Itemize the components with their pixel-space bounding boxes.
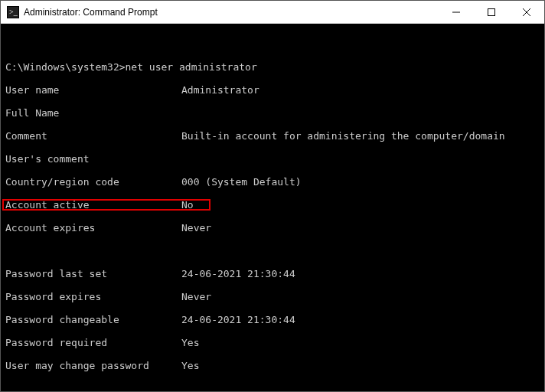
console-area[interactable]: C:\Windows\system32>net user administrat…	[1, 24, 544, 391]
close-button[interactable]	[509, 1, 544, 24]
output-row: Password expiresNever	[5, 291, 540, 302]
cmd-icon: >_	[7, 6, 19, 18]
prompt-line: C:\Windows\system32>net user administrat…	[5, 61, 540, 73]
command-text: net user administrator	[126, 61, 257, 73]
titlebar[interactable]: >_ Administrator: Command Prompt	[1, 1, 544, 24]
output-row: Full Name	[5, 107, 540, 119]
command-prompt-window: >_ Administrator: Command Prompt C:\Wind…	[0, 0, 545, 392]
output-row: Password requiredYes	[5, 337, 540, 348]
console-line	[5, 38, 540, 50]
output-row: User's comment	[5, 153, 540, 165]
window-controls	[439, 1, 544, 24]
minimize-button[interactable]	[439, 1, 474, 24]
window-title: Administrator: Command Prompt	[24, 7, 439, 18]
output-row: Password changeable24-06-2021 21:30:44	[5, 314, 540, 325]
svg-text:>_: >_	[9, 8, 18, 16]
output-row: Account expiresNever	[5, 222, 540, 234]
output-row: User may change passwordYes	[5, 360, 540, 371]
prompt-path: C:\Windows\system32>	[5, 61, 126, 73]
output-row-highlighted: Account activeNo	[5, 199, 540, 211]
svg-rect-4	[488, 8, 495, 15]
maximize-button[interactable]	[474, 1, 509, 24]
output-row: User nameAdministrator	[5, 84, 540, 96]
output-row: Password last set24-06-2021 21:30:44	[5, 268, 540, 279]
blank-line	[5, 383, 540, 391]
output-row: Country/region code000 (System Default)	[5, 176, 540, 188]
blank-line	[5, 245, 540, 256]
output-row: CommentBuilt-in account for administerin…	[5, 130, 540, 142]
